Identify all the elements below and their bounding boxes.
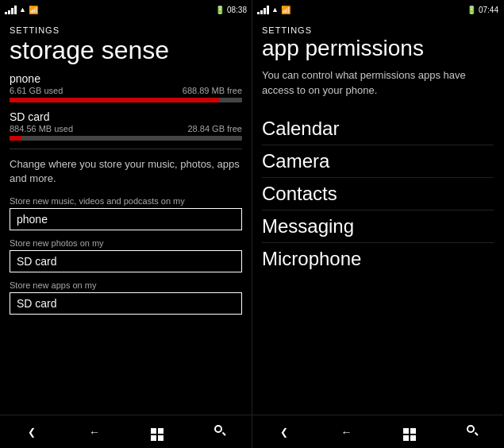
field-label-music: Store new music, videos and podcasts on … [10,196,242,206]
battery-icon-2: 🔋 [467,6,476,14]
phone-storage-section: pnone 6.61 GB used 688.89 MB free [10,72,242,102]
time-display-2: 07:44 [479,6,498,14]
bottom-bar-right: ❮ ← [252,415,503,448]
settings-label: SETTINGS [10,25,242,35]
perm-item-messaging[interactable]: Messaging [262,210,494,243]
phone-used: 6.61 GB used [10,86,63,95]
signal-icon-2 [257,5,269,14]
search-button-2[interactable] [461,425,483,439]
windows-button-2[interactable] [398,423,421,441]
perm-item-calendar[interactable]: Calendar [262,113,494,145]
apps-dropdown[interactable]: SD card [10,292,242,315]
chevron-icon-2[interactable]: ❮ [273,427,295,438]
perm-item-contacts[interactable]: Contacts [262,178,494,210]
windows-logo-icon-2 [403,428,416,441]
content-area: SETTINGS storage sense pnone 6.61 GB use… [0,19,252,415]
screen-app-permissions: ▲ 📶 🔋 07:44 SETTINGS app permissions You… [252,0,503,448]
status-bar-right: ▲ 📶 🔋 07:44 [252,0,503,19]
windows-button[interactable] [146,423,168,441]
search-button[interactable] [209,425,231,439]
perm-item-microphone[interactable]: Microphone [262,243,494,275]
wifi-icon-2: 📶 [281,6,290,14]
sd-progress-bg [10,136,242,141]
page-title-2: app permissions [262,37,494,61]
sd-used: 884.56 MB used [10,124,73,133]
bottom-bar-left: ❮ ← [0,415,252,448]
content-area-2: SETTINGS app permissions You can control… [252,19,503,415]
signal-icon [5,5,17,14]
network-type-icon: ▲ [19,6,26,14]
search-icon-2 [467,425,478,436]
status-right: 🔋 08:38 [215,6,247,14]
back-button-2[interactable]: ← [336,426,358,438]
phone-storage-stats: 6.61 GB used 688.89 MB free [10,86,242,95]
music-dropdown[interactable]: phone [10,208,242,230]
chevron-icon[interactable]: ❮ [21,427,43,438]
phone-progress-fill [10,98,219,102]
sd-progress-fill [10,136,21,141]
perm-item-camera[interactable]: Camera [262,145,494,178]
status-left-2: ▲ 📶 [257,5,290,14]
search-icon [214,425,225,436]
divider [10,149,242,149]
back-button[interactable]: ← [83,426,106,438]
screen-storage-sense: ▲ 📶 🔋 08:38 SETTINGS storage sense pnone… [0,0,252,448]
page-title: storage sense [10,37,242,64]
status-right-2: 🔋 07:44 [467,6,498,14]
storage-description: Change where you store your music, photo… [10,157,242,186]
phone-storage-label: pnone [10,72,242,85]
permissions-description: You can control what permissions apps ha… [262,68,494,98]
phone-free: 688.89 MB free [183,86,242,95]
photos-dropdown[interactable]: SD card [10,250,242,272]
field-label-photos: Store new photos on my [10,238,242,248]
network-type-icon-2: ▲ [271,6,279,14]
phone-progress-bg [10,98,242,102]
status-left: ▲ 📶 [5,5,38,14]
sd-label: SD card [10,110,242,123]
battery-icon: 🔋 [215,6,225,14]
field-label-apps: Store new apps on my [10,280,242,290]
status-bar-left: ▲ 📶 🔋 08:38 [0,0,252,19]
sd-storage-section: SD card 884.56 MB used 28.84 GB free [10,110,242,141]
wifi-icon: 📶 [29,6,38,14]
settings-label-2: SETTINGS [262,25,494,35]
sd-free: 28.84 GB free [188,124,243,133]
sd-storage-stats: 884.56 MB used 28.84 GB free [10,124,242,133]
windows-logo-icon [151,428,164,441]
time-display: 08:38 [227,6,247,14]
